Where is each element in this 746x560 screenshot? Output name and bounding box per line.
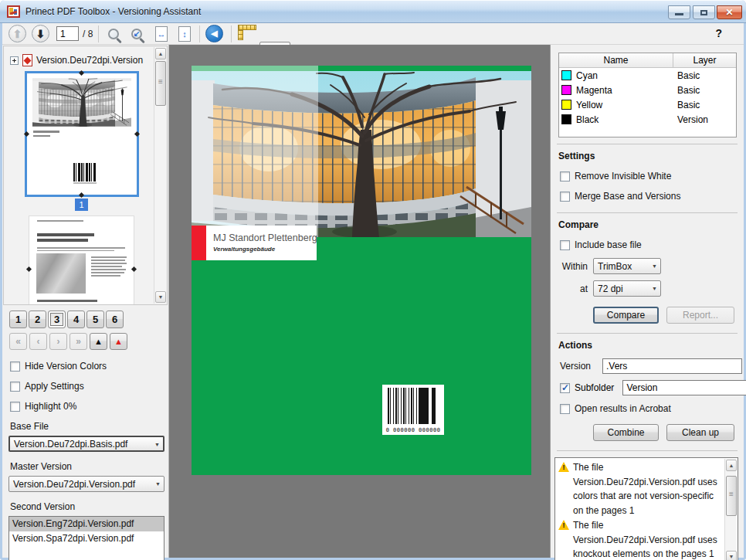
scroll-up-icon[interactable]: ▲ xyxy=(155,48,166,59)
subfolder-checkbox[interactable] xyxy=(560,383,570,393)
page-button-1[interactable]: 1 xyxy=(9,311,27,328)
hide-version-colors-label: Hide Version Colors xyxy=(25,361,107,372)
page-button-6[interactable]: 6 xyxy=(106,311,124,328)
open-results-row: Open results in Acrobat xyxy=(560,403,744,414)
expand-icon[interactable] xyxy=(10,56,19,65)
thumbnail-browser: Version.Deu72dpi.Version 1 xyxy=(3,46,168,305)
black-triangle-button[interactable]: ▲ xyxy=(90,333,107,350)
separator xyxy=(557,450,738,451)
column-name[interactable]: Name xyxy=(559,53,673,67)
page-down-button[interactable]: ⬇ xyxy=(32,25,49,42)
subfolder-input[interactable] xyxy=(622,380,746,395)
previous-page-button[interactable]: ‹ xyxy=(29,333,47,350)
fit-height-icon: ↕ xyxy=(178,26,191,42)
page-button-row: 1 2 3 4 5 6 xyxy=(9,311,168,328)
merge-base-versions-label: Merge Base and Versions xyxy=(575,191,680,202)
thumbnail-text-line xyxy=(33,131,59,133)
page-button-3[interactable]: 3 xyxy=(48,311,66,328)
minimize-icon xyxy=(675,13,683,15)
include-base-file-checkbox[interactable] xyxy=(560,240,570,250)
remove-invisible-white-checkbox[interactable] xyxy=(560,171,570,182)
warning-message: The file Version.Deu72dpi.Version.pdf us… xyxy=(558,460,722,518)
apply-settings-checkbox[interactable] xyxy=(10,382,20,392)
within-select[interactable]: TrimBox xyxy=(593,258,661,274)
within-value: TrimBox xyxy=(598,261,632,272)
master-version-select[interactable]: Version.Deu72dpi.Version.pdf xyxy=(8,476,164,492)
color-swatch xyxy=(561,85,571,95)
first-page-button[interactable]: « xyxy=(9,333,27,350)
red-triangle-button[interactable]: ▲ xyxy=(110,333,127,350)
fit-height-button[interactable]: ↕ xyxy=(175,25,194,43)
page-thumbnail-2[interactable] xyxy=(29,216,134,305)
color-layer: Basic xyxy=(673,100,736,110)
next-page-button[interactable]: › xyxy=(49,333,67,350)
color-name: Black xyxy=(576,114,673,125)
last-page-button[interactable]: » xyxy=(70,333,87,350)
zoom-dynamic-button[interactable]: ↙ xyxy=(127,25,146,43)
compare-button-row: Compare Report... xyxy=(593,307,744,324)
highlight-0-checkbox[interactable] xyxy=(10,402,20,412)
within-label: Within xyxy=(551,261,588,272)
scroll-down-icon[interactable]: ▼ xyxy=(155,291,166,303)
merge-base-versions-checkbox[interactable] xyxy=(560,192,570,202)
actions-button-row: Combine Clean up xyxy=(593,424,744,441)
pdf-page[interactable]: MJ Standort Plettenberg Verwaltungsgebäu… xyxy=(192,66,531,475)
thumbnail-image xyxy=(32,78,131,127)
page-number-input[interactable] xyxy=(56,26,79,41)
color-row-yellow[interactable]: Yellow Basic xyxy=(559,97,736,112)
column-layer[interactable]: Layer xyxy=(673,53,736,67)
preview-area[interactable]: MJ Standort Plettenberg Verwaltungsgebäu… xyxy=(169,45,550,558)
page-button-4[interactable]: 4 xyxy=(67,311,85,328)
warning-icon xyxy=(558,520,570,531)
fit-width-button[interactable]: ↔ xyxy=(152,25,171,43)
list-item[interactable]: Version.Eng72dpi.Version.pdf xyxy=(9,517,164,531)
label-title: MJ Standort Plettenberg xyxy=(213,232,317,243)
color-row-magenta[interactable]: Magenta Basic xyxy=(559,83,736,97)
page-total-label: / 8 xyxy=(83,29,93,39)
message-text: The file Version.Deu72dpi.Version.pdf us… xyxy=(573,460,721,518)
open-results-checkbox[interactable] xyxy=(560,404,570,414)
separator xyxy=(557,144,738,144)
resolution-select[interactable]: 72 dpi xyxy=(593,280,661,297)
document-tree-item[interactable]: Version.Deu72dpi.Version xyxy=(10,54,167,66)
list-item[interactable]: Version.Spa72dpi.Version.pdf xyxy=(9,531,164,546)
barcode-bars xyxy=(388,388,439,424)
messages-scrollbar[interactable]: ▲ ▼ xyxy=(724,459,737,560)
remove-invisible-white-label: Remove Invisible White xyxy=(575,171,671,182)
ruler-icon[interactable] xyxy=(238,25,256,40)
base-file-select[interactable]: Version.Deu72dpi.Basis.pdf xyxy=(8,436,164,452)
colors-table-header[interactable]: Name Layer xyxy=(559,53,736,68)
messages-box: The file Version.Deu72dpi.Version.pdf us… xyxy=(554,457,738,560)
report-button[interactable]: Report... xyxy=(666,307,734,324)
message-list: The file Version.Deu72dpi.Version.pdf us… xyxy=(558,460,722,560)
black-triangle-icon: ▲ xyxy=(94,337,103,346)
maximize-button[interactable] xyxy=(693,5,715,19)
close-button[interactable]: ✕ xyxy=(717,5,742,19)
page-up-button[interactable]: ⬆ xyxy=(8,25,26,42)
page-button-2[interactable]: 2 xyxy=(29,311,46,328)
at-label: at xyxy=(551,283,588,294)
version-suffix-input[interactable] xyxy=(602,358,742,374)
page-button-5[interactable]: 5 xyxy=(86,311,104,328)
resolution-value: 72 dpi xyxy=(598,283,623,294)
thumbnail-scrollbar[interactable]: ▲ ▼ xyxy=(154,47,166,304)
app-icon xyxy=(7,5,20,18)
titlebar[interactable]: Prinect PDF Toolbox - Versioning Assista… xyxy=(0,0,746,23)
minimize-button[interactable] xyxy=(668,5,690,19)
scroll-down-icon[interactable]: ▼ xyxy=(726,551,737,560)
color-row-black[interactable]: Black Version xyxy=(559,112,736,127)
color-layer: Basic xyxy=(673,70,736,81)
scrollbar-thumb[interactable] xyxy=(726,476,737,516)
scroll-up-icon[interactable]: ▲ xyxy=(726,460,737,471)
compare-button[interactable]: Compare xyxy=(593,307,659,324)
document-name: Version.Deu72dpi.Version xyxy=(36,55,143,66)
page-thumbnail-1[interactable] xyxy=(25,71,139,197)
cleanup-button[interactable]: Clean up xyxy=(666,424,734,441)
scrollbar-thumb[interactable] xyxy=(155,61,166,106)
hide-version-colors-checkbox[interactable] xyxy=(10,361,20,372)
color-row-cyan[interactable]: Cyan Basic xyxy=(559,68,736,83)
back-button[interactable]: ◀ xyxy=(205,25,223,42)
zoom-in-button[interactable] xyxy=(104,25,123,43)
help-button[interactable]: ? xyxy=(715,27,722,39)
combine-button[interactable]: Combine xyxy=(593,424,659,441)
